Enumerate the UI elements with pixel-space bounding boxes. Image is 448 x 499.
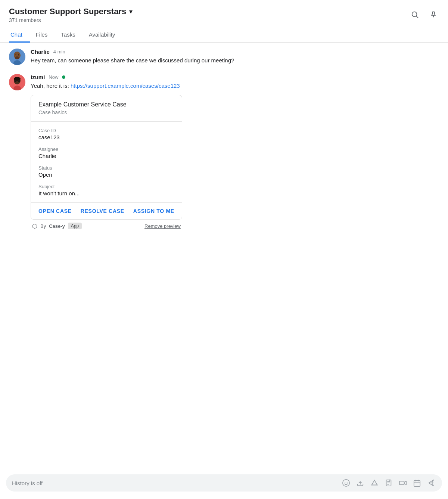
online-dot-izumi — [62, 75, 65, 79]
text-izumi: Yeah, here it is: https://support.exampl… — [31, 82, 182, 90]
message-content-charlie: Charlie 4 min Hey team, can someone plea… — [31, 49, 234, 65]
message-charlie: Charlie 4 min Hey team, can someone plea… — [9, 49, 439, 65]
dropdown-icon[interactable]: ▾ — [129, 7, 133, 16]
sender-charlie: Charlie — [31, 49, 50, 55]
svg-point-20 — [19, 80, 19, 81]
video-icon — [399, 479, 407, 487]
attribution-left: ⬡ By Case-y App — [32, 223, 82, 230]
svg-point-21 — [343, 480, 349, 486]
label-status: Status — [38, 165, 174, 171]
upload-icon — [356, 479, 364, 487]
emoji-button[interactable] — [341, 478, 351, 488]
card-attribution: ⬡ By Case-y App Remove preview — [31, 223, 182, 230]
input-bar: History is off — [6, 474, 442, 492]
input-placeholder[interactable]: History is off — [12, 480, 337, 486]
calendar-icon — [413, 479, 421, 487]
value-case-id: case123 — [38, 134, 174, 140]
drive-button[interactable] — [370, 478, 379, 488]
pin-button[interactable] — [428, 9, 439, 22]
svg-line-1 — [416, 16, 418, 18]
drive-icon — [370, 479, 379, 487]
case-link[interactable]: https://support.example.com/cases/case12… — [71, 83, 180, 89]
video-button[interactable] — [398, 478, 408, 488]
svg-point-19 — [15, 80, 16, 81]
text-charlie: Hey team, can someone please share the c… — [31, 56, 234, 65]
attribution-prefix: By — [40, 223, 46, 229]
svg-rect-28 — [399, 481, 404, 484]
calendar-button[interactable] — [412, 478, 422, 488]
message-content-izumi: Izumi Now Yeah, here it is: https://supp… — [31, 74, 182, 230]
tab-files[interactable]: Files — [34, 28, 55, 43]
text-prefix-izumi: Yeah, here it is: — [31, 83, 71, 89]
svg-point-8 — [15, 56, 19, 59]
field-case-id: Case ID case123 — [38, 128, 174, 140]
avatar-charlie — [9, 49, 25, 65]
tabs: Chat Files Tasks Availability — [0, 28, 448, 43]
svg-point-23 — [347, 482, 348, 483]
case-title: Example Customer Service Case — [38, 101, 174, 108]
send-button[interactable] — [426, 478, 436, 488]
remove-preview-button[interactable]: Remove preview — [144, 223, 181, 229]
value-assignee: Charlie — [38, 153, 174, 159]
tab-chat[interactable]: Chat — [9, 28, 30, 43]
sender-izumi: Izumi — [31, 74, 45, 80]
time-izumi: Now — [49, 74, 58, 80]
value-subject: It won't turn on... — [38, 190, 174, 196]
header: Customer Support Superstars ▾ 371 member… — [0, 0, 448, 23]
field-assignee: Assignee Charlie — [38, 146, 174, 159]
value-status: Open — [38, 171, 174, 178]
search-icon — [411, 10, 419, 19]
case-card-actions: OPEN CASE RESOLVE CASE ASSIGN TO ME — [31, 203, 182, 219]
header-title: Customer Support Superstars ▾ — [9, 7, 133, 16]
label-case-id: Case ID — [38, 128, 174, 133]
case-subtitle: Case basics — [38, 109, 174, 115]
label-subject: Subject — [38, 184, 174, 189]
attribution-badge: App — [68, 223, 82, 229]
group-name: Customer Support Superstars — [9, 7, 126, 16]
attribution-app-name: Case-y — [49, 223, 65, 229]
send-icon — [427, 479, 435, 487]
tab-tasks[interactable]: Tasks — [59, 28, 83, 43]
assign-to-me-button[interactable]: ASSIGN TO ME — [133, 208, 174, 214]
field-subject: Subject It won't turn on... — [38, 184, 174, 196]
svg-point-9 — [15, 55, 16, 56]
resolve-case-button[interactable]: RESOLVE CASE — [81, 208, 124, 214]
tab-availability[interactable]: Availability — [87, 28, 123, 43]
svg-point-22 — [345, 482, 345, 483]
pin-icon — [429, 10, 438, 19]
time-charlie: 4 min — [53, 49, 65, 55]
header-left: Customer Support Superstars ▾ 371 member… — [9, 7, 133, 23]
header-icons — [409, 7, 439, 22]
upload-button[interactable] — [355, 478, 365, 488]
message-header-charlie: Charlie 4 min — [31, 49, 234, 55]
svg-point-0 — [412, 12, 417, 17]
svg-rect-29 — [414, 481, 420, 487]
docs-button[interactable] — [384, 478, 393, 488]
casey-app-icon: ⬡ — [32, 223, 37, 230]
open-case-button[interactable]: OPEN CASE — [38, 208, 72, 214]
avatar-izumi — [9, 74, 25, 90]
members-count: 371 members — [9, 17, 133, 23]
chat-area: Charlie 4 min Hey team, can someone plea… — [0, 43, 448, 470]
message-izumi: Izumi Now Yeah, here it is: https://supp… — [9, 74, 439, 230]
case-card-header: Example Customer Service Case Case basic… — [31, 95, 182, 122]
label-assignee: Assignee — [38, 146, 174, 152]
svg-point-10 — [18, 55, 19, 56]
emoji-icon — [342, 479, 350, 487]
case-card: Example Customer Service Case Case basic… — [31, 95, 182, 220]
search-button[interactable] — [409, 9, 420, 22]
case-card-body: Case ID case123 Assignee Charlie Status … — [31, 122, 182, 203]
field-status: Status Open — [38, 165, 174, 178]
message-header-izumi: Izumi Now — [31, 74, 182, 80]
docs-icon — [385, 479, 393, 487]
